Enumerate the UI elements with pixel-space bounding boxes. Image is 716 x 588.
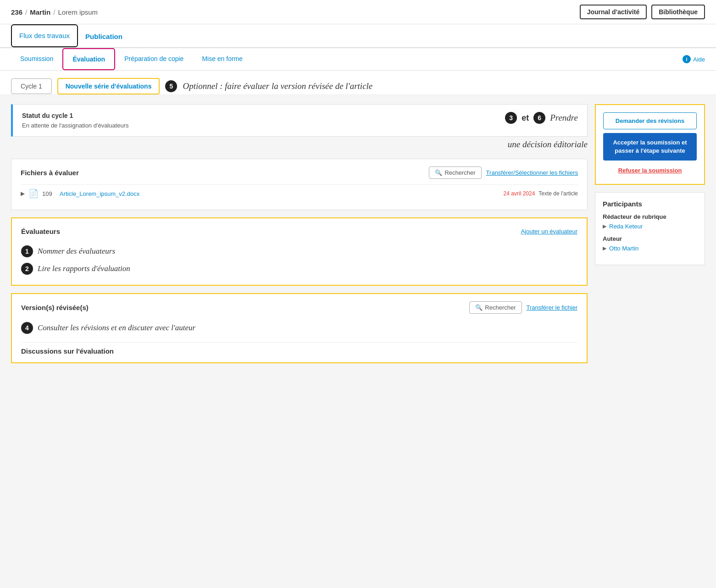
cycle1-tab[interactable]: Cycle 1 bbox=[11, 78, 52, 94]
breadcrumb-sep1: / bbox=[25, 8, 27, 16]
annotation-6-bubble: 6 bbox=[533, 112, 545, 124]
author-group: Auteur ▶ Otto Martin bbox=[603, 235, 697, 252]
participants-card: Participants Rédacteur de rubrique ▶ Red… bbox=[595, 192, 705, 265]
revised-card-actions: 🔍 Rechercher Transférer le fichier bbox=[469, 301, 577, 314]
revised-transfer-button[interactable]: Transférer le fichier bbox=[527, 301, 578, 314]
rubric-label: Rédacteur de rubrique bbox=[603, 213, 697, 220]
search-icon: 🔍 bbox=[435, 169, 442, 176]
evaluateurs-card: Évaluateurs Ajouter un évaluateur 1 Nomm… bbox=[11, 217, 588, 286]
search-icon-2: 🔍 bbox=[475, 304, 483, 311]
breadcrumb-title: Lorem ipsum bbox=[58, 8, 98, 16]
main-nav: Flux des travaux Publication bbox=[0, 24, 716, 48]
status-title: Statut du cycle 1 bbox=[22, 112, 129, 119]
revised-title: Version(s) révisée(s) bbox=[21, 304, 89, 311]
tab-mise-en-forme[interactable]: Mise en forme bbox=[193, 48, 252, 70]
participants-title: Participants bbox=[603, 200, 697, 208]
tab-flux-travaux[interactable]: Flux des travaux bbox=[12, 25, 77, 47]
decision-card: Demander des révisions Accepter la soumi… bbox=[595, 104, 705, 185]
evaluateurs-title: Évaluateurs bbox=[21, 227, 60, 235]
annotation-2-text: Lire les rapports d'évaluation bbox=[38, 264, 130, 273]
decision-text-line1: Prendre bbox=[550, 113, 578, 123]
rubric-row[interactable]: ▶ Reda Keteur bbox=[603, 223, 697, 230]
new-series-tab[interactable]: Nouvelle série d'évaluations bbox=[58, 79, 159, 94]
main-content: Statut du cycle 1 En attente de l'assign… bbox=[0, 95, 716, 416]
decision-text-line2: une décision éditoriale bbox=[508, 139, 588, 150]
tab-preparation-copie[interactable]: Préparation de copie bbox=[115, 48, 193, 70]
rubric-expand-icon: ▶ bbox=[603, 223, 606, 229]
files-card-header: Fichiers à évaluer 🔍 Rechercher Transfér… bbox=[21, 166, 578, 179]
files-title: Fichiers à évaluer bbox=[21, 169, 79, 177]
sub-nav-left: Soumission Évaluation Préparation de cop… bbox=[11, 48, 252, 70]
library-button[interactable]: Bibliothèque bbox=[651, 5, 705, 19]
revisions-button[interactable]: Demander des révisions bbox=[603, 112, 697, 129]
file-doc-icon: 📄 bbox=[28, 189, 39, 199]
tab-soumission[interactable]: Soumission bbox=[11, 48, 62, 70]
breadcrumb-sep2: / bbox=[53, 8, 55, 16]
reject-button[interactable]: Refuser la soumission bbox=[603, 164, 697, 177]
journal-button[interactable]: Journal d'activité bbox=[580, 5, 647, 19]
rubric-name: Reda Keteur bbox=[609, 223, 643, 230]
files-card-actions: 🔍 Rechercher Transférer/Sélectionner les… bbox=[429, 166, 578, 179]
breadcrumb: 236 / Martin / Lorem ipsum bbox=[11, 8, 98, 16]
annotation-2-row: 2 Lire les rapports d'évaluation bbox=[21, 260, 577, 277]
file-type: Texte de l'article bbox=[538, 190, 578, 197]
rubric-group: Rédacteur de rubrique ▶ Reda Keteur bbox=[603, 213, 697, 230]
annotation-1-row: 1 Nommer des évaluateurs bbox=[21, 243, 577, 260]
revised-card: Version(s) révisée(s) 🔍 Rechercher Trans… bbox=[11, 293, 588, 363]
status-text: En attente de l'assignation d'évaluateur… bbox=[22, 122, 129, 129]
revised-header: Version(s) révisée(s) 🔍 Rechercher Trans… bbox=[21, 301, 577, 314]
add-evaluateur-button[interactable]: Ajouter un évaluateur bbox=[521, 226, 577, 237]
info-icon: i bbox=[683, 55, 691, 63]
annotation-1-text: Nommer des évaluateurs bbox=[38, 247, 115, 256]
breadcrumb-number[interactable]: 236 bbox=[11, 8, 22, 16]
files-transfer-button[interactable]: Transférer/Sélectionner les fichiers bbox=[486, 166, 578, 179]
file-expand-icon[interactable]: ▶ bbox=[21, 190, 25, 197]
top-bar-actions: Journal d'activité Bibliothèque bbox=[580, 5, 705, 19]
right-column: Demander des révisions Accepter la soumi… bbox=[595, 104, 705, 407]
author-row[interactable]: ▶ Otto Martin bbox=[603, 245, 697, 252]
status-card: Statut du cycle 1 En attente de l'assign… bbox=[11, 104, 588, 137]
evaluateurs-header: Évaluateurs Ajouter un évaluateur bbox=[21, 226, 577, 237]
discussions-title: Discussions sur l'évaluation bbox=[21, 347, 114, 355]
revised-search-button[interactable]: 🔍 Rechercher bbox=[469, 301, 522, 314]
annotation-4-row: 4 Consulter les révisions et en discuter… bbox=[21, 319, 577, 337]
file-link[interactable]: Article_Lorem_ipsum_v2.docx bbox=[60, 190, 500, 197]
annotation-3-bubble: 3 bbox=[505, 112, 517, 124]
annotation-et: et bbox=[522, 113, 529, 123]
help-button[interactable]: i Aide bbox=[683, 55, 705, 63]
files-search-button[interactable]: 🔍 Rechercher bbox=[429, 166, 481, 179]
annotation-5-bubble: 5 bbox=[165, 80, 177, 92]
author-name: Otto Martin bbox=[609, 245, 638, 252]
annotation-2-bubble: 2 bbox=[21, 263, 33, 275]
file-row: ▶ 📄 109 Article_Lorem_ipsum_v2.docx 24 a… bbox=[21, 184, 578, 202]
breadcrumb-author[interactable]: Martin bbox=[30, 8, 50, 16]
annotation-4-bubble: 4 bbox=[21, 322, 33, 334]
annotation-5-text: Optionnel : faire évaluer la version rév… bbox=[183, 81, 372, 91]
accept-button[interactable]: Accepter la soumission et passer à l'éta… bbox=[603, 133, 697, 161]
left-column: Statut du cycle 1 En attente de l'assign… bbox=[11, 104, 588, 407]
tab-evaluation[interactable]: Évaluation bbox=[63, 49, 114, 69]
top-bar: 236 / Martin / Lorem ipsum Journal d'act… bbox=[0, 0, 716, 24]
author-label: Auteur bbox=[603, 235, 697, 242]
help-label: Aide bbox=[693, 56, 705, 63]
file-number: 109 bbox=[42, 190, 56, 197]
tab-publication[interactable]: Publication bbox=[78, 26, 130, 48]
annotation-1-bubble: 1 bbox=[21, 245, 33, 257]
files-card: Fichiers à évaluer 🔍 Rechercher Transfér… bbox=[11, 159, 588, 210]
sub-nav: Soumission Évaluation Préparation de cop… bbox=[0, 48, 716, 71]
author-expand-icon: ▶ bbox=[603, 245, 606, 251]
file-date: 24 avril 2024 bbox=[504, 190, 535, 198]
annotation-4-text: Consulter les révisions et en discuter a… bbox=[38, 323, 195, 333]
